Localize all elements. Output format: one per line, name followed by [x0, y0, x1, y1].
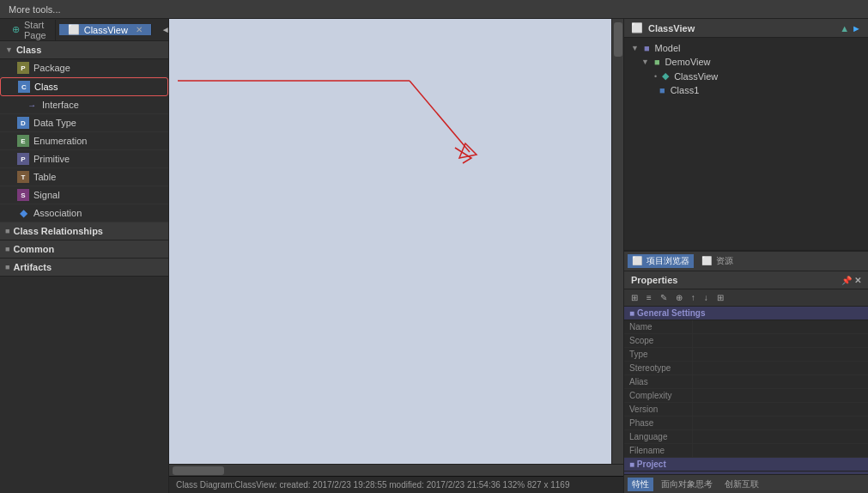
tab-start-page[interactable]: ⊕ Start Page: [3, 20, 56, 40]
main-area: ⊕ Start Page ⬜ ClassView ✕ ◄ ► ▼ Class P…: [0, 19, 868, 493]
tree-item-classview[interactable]: • ◆ ClassView: [624, 69, 868, 83]
prop-value-filename[interactable]: [693, 449, 868, 453]
association-icon: ◆: [17, 207, 29, 219]
sidebar-section-common-label: Common: [13, 244, 54, 254]
sidebar-item-signal[interactable]: S Signal: [0, 186, 168, 204]
prop-name-filename: Filename: [624, 444, 693, 457]
tab-close-icon[interactable]: ✕: [136, 25, 143, 34]
properties-title: Properties: [631, 275, 677, 285]
properties-close-icon[interactable]: ✕: [854, 276, 861, 285]
pt-btn-4[interactable]: ⊕: [672, 291, 686, 304]
tab-classview[interactable]: ⬜ ClassView ✕: [59, 24, 152, 35]
sidebar-item-table[interactable]: T Table: [0, 168, 168, 186]
project-browser-label: 项目浏览器: [646, 256, 689, 265]
prop-value-complexity[interactable]: [693, 394, 868, 398]
sidebar-section-class[interactable]: ▼ Class: [0, 41, 168, 59]
pt-btn-6[interactable]: ↓: [701, 291, 712, 304]
features-label: 特性: [632, 479, 649, 489]
canvas-diagram-svg: [169, 19, 611, 464]
sidebar-item-signal-label: Signal: [33, 190, 60, 200]
prop-name-language: Language: [624, 430, 693, 443]
prop-row-language: Language: [624, 430, 868, 444]
prop-name-scope: Scope: [624, 334, 693, 347]
prop-row-phase: Phase: [624, 417, 868, 430]
tree-item-model[interactable]: ▼ ■ Model: [624, 41, 868, 55]
prop-value-alias[interactable]: [693, 380, 868, 384]
bottom-tab-features[interactable]: 特性: [628, 478, 653, 491]
prop-row-name: Name: [624, 320, 868, 334]
oop-label: 面向对象思考: [661, 479, 713, 489]
bottom-tab-oop[interactable]: 面向对象思考: [657, 478, 717, 491]
sidebar-section-class-label: Class: [16, 45, 41, 55]
tree-label-class1: Class1: [671, 85, 700, 95]
pt-btn-1[interactable]: ⊞: [628, 291, 641, 304]
classview-tree-panel: ⬜ ClassView ▲ ► ▼ ■ Model ▼ ■ DemoV: [624, 19, 868, 251]
properties-content: ■ General Settings Name Scope Type: [624, 307, 868, 474]
tab-nav-left[interactable]: ◄: [159, 24, 169, 35]
prop-value-version[interactable]: [693, 408, 868, 411]
canvas-scrollbar-vertical[interactable]: [611, 19, 623, 464]
model-icon: ■: [644, 43, 650, 53]
pt-btn-2[interactable]: ≡: [643, 291, 655, 304]
sidebar-item-association[interactable]: ◆ Association: [0, 204, 168, 222]
sidebar-item-interface[interactable]: → Interface: [0, 96, 168, 114]
canvas-main[interactable]: [169, 19, 611, 464]
tree-item-class1[interactable]: ■ Class1: [624, 83, 868, 97]
sidebar-item-primitive[interactable]: P Primitive: [0, 150, 168, 168]
prop-value-phase[interactable]: [693, 422, 868, 425]
prop-row-type: Type: [624, 348, 868, 362]
tree-arrow-model: ▼: [631, 44, 639, 52]
tree-label-demoview: DemoView: [665, 57, 711, 67]
canvas-scrollbar-horizontal[interactable]: [169, 464, 623, 476]
prop-section-general-label: General Settings: [637, 308, 705, 318]
sidebar-item-class-label: Class: [34, 82, 58, 92]
scrollbar-thumb-v[interactable]: [614, 22, 622, 57]
sidebar-item-package-label: Package: [33, 63, 70, 73]
tab-resources[interactable]: ⬜ 资源: [697, 254, 737, 268]
prop-value-name[interactable]: [693, 326, 868, 329]
pt-btn-7[interactable]: ⊞: [713, 291, 727, 304]
canvas-with-scrollbars: [169, 19, 623, 464]
sidebar-item-datatype[interactable]: D Data Type: [0, 114, 168, 132]
sidebar-section-relationships[interactable]: ■ Class Relationships: [0, 222, 168, 240]
prop-name-version: Version: [624, 403, 693, 416]
prop-section-project: ■ Project: [624, 458, 868, 472]
more-tools-label[interactable]: More tools...: [3, 4, 66, 15]
prop-name-name: Name: [624, 320, 693, 333]
pt-btn-3[interactable]: ✎: [657, 291, 671, 304]
demoview-icon: ■: [654, 57, 660, 67]
prop-name-type: Type: [624, 348, 693, 361]
sidebar-item-enumeration[interactable]: E Enumeration: [0, 132, 168, 150]
prop-row-stereotype: Stereotype: [624, 362, 868, 375]
sidebar-section-artifacts[interactable]: ■ Artifacts: [0, 259, 168, 277]
cv-arrow-right-icon[interactable]: ►: [852, 23, 861, 33]
classview-header-icons: ▲ ►: [840, 23, 861, 33]
interface-icon: →: [26, 99, 38, 111]
svg-line-1: [410, 81, 470, 152]
cn-label: 创新互联: [725, 479, 759, 489]
prop-section-general: ■ General Settings: [624, 307, 868, 320]
prop-value-type[interactable]: [693, 353, 868, 356]
datatype-icon: D: [17, 117, 29, 129]
sidebar-item-class[interactable]: C Class: [0, 77, 168, 96]
cv-arrow-up-icon[interactable]: ▲: [840, 23, 849, 33]
sidebar-section-artifacts-label: Artifacts: [13, 262, 52, 272]
prop-value-language[interactable]: [693, 435, 868, 439]
prop-name-alias: Alias: [624, 375, 693, 388]
tree-item-demoview[interactable]: ▼ ■ DemoView: [624, 55, 868, 69]
prop-value-scope[interactable]: [693, 339, 868, 343]
pin-icon[interactable]: 📌: [841, 276, 852, 285]
scrollbar-thumb-h[interactable]: [173, 466, 224, 475]
status-text: Class Diagram:ClassView: created: 2017/2…: [176, 480, 569, 490]
top-menubar: More tools...: [0, 0, 868, 19]
class-icon: C: [18, 81, 30, 93]
table-icon: T: [17, 171, 29, 183]
pt-btn-5[interactable]: ↑: [688, 291, 699, 304]
bottom-tab-cn[interactable]: 创新互联: [720, 478, 763, 491]
tab-project-browser[interactable]: ⬜ 项目浏览器: [628, 254, 694, 268]
prop-value-stereotype[interactable]: [693, 367, 868, 370]
sidebar-item-package[interactable]: P Package: [0, 59, 168, 77]
prop-row-complexity: Complexity: [624, 389, 868, 403]
prop-row-alias: Alias: [624, 375, 868, 389]
sidebar-section-common[interactable]: ■ Common: [0, 240, 168, 259]
